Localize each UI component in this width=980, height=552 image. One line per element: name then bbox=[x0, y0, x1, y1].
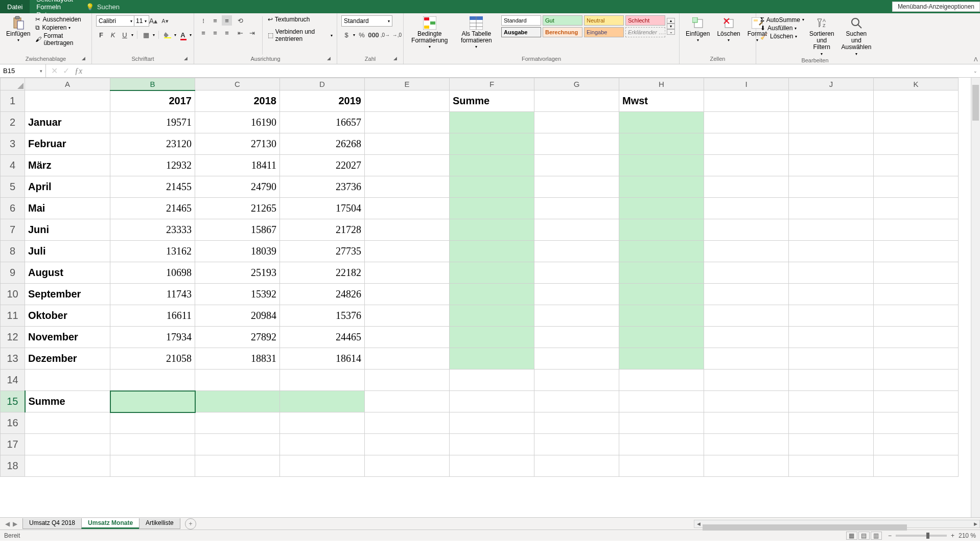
insert-cells-button[interactable]: Einfügen▾ bbox=[684, 15, 712, 44]
cell-A18[interactable] bbox=[25, 455, 110, 477]
cell-D2[interactable]: 16657 bbox=[280, 112, 365, 133]
row-header-17[interactable]: 17 bbox=[1, 434, 25, 455]
cell-H14[interactable] bbox=[619, 370, 704, 391]
sheet-tab[interactable]: Artikelliste bbox=[139, 518, 180, 529]
cell-C8[interactable]: 18039 bbox=[195, 241, 280, 262]
tell-me-search[interactable]: 💡 Suchen bbox=[80, 3, 126, 11]
zoom-in-icon[interactable]: + bbox=[951, 532, 954, 539]
cell-B3[interactable]: 23120 bbox=[110, 133, 195, 155]
clear-button[interactable]: 🧹Löschen ▾ bbox=[760, 32, 804, 40]
view-page-break-icon[interactable]: ▥ bbox=[871, 532, 882, 540]
cell-D1[interactable]: 2019 bbox=[280, 90, 365, 112]
cell-I2[interactable] bbox=[704, 112, 789, 133]
autosum-button[interactable]: ΣAutoSumme ▾ bbox=[760, 15, 804, 24]
zoom-out-icon[interactable]: − bbox=[888, 532, 892, 539]
cell-K12[interactable] bbox=[874, 327, 959, 348]
cell-C11[interactable]: 20984 bbox=[195, 305, 280, 327]
cell-K16[interactable] bbox=[874, 412, 959, 434]
percent-format-icon[interactable]: % bbox=[357, 30, 367, 40]
increase-font-icon[interactable]: A▴ bbox=[148, 16, 158, 26]
cell-G2[interactable] bbox=[534, 112, 619, 133]
cell-F2[interactable] bbox=[450, 112, 534, 133]
cell-B18[interactable] bbox=[110, 455, 195, 477]
cell-E18[interactable] bbox=[365, 455, 450, 477]
cell-C16[interactable] bbox=[195, 412, 280, 434]
cell-H5[interactable] bbox=[619, 176, 704, 198]
cell-F16[interactable] bbox=[450, 412, 534, 434]
align-middle-icon[interactable]: ≡ bbox=[210, 15, 220, 26]
cell-B12[interactable]: 17934 bbox=[110, 327, 195, 348]
row-header-4[interactable]: 4 bbox=[1, 155, 25, 176]
cell-G16[interactable] bbox=[534, 412, 619, 434]
cell-A3[interactable]: Februar bbox=[25, 133, 110, 155]
cell-E9[interactable] bbox=[365, 262, 450, 284]
cell-J2[interactable] bbox=[789, 112, 874, 133]
align-top-icon[interactable]: ⫶ bbox=[198, 15, 208, 26]
underline-button[interactable]: U bbox=[120, 30, 130, 40]
zoom-level[interactable]: 210 % bbox=[959, 532, 976, 539]
dialog-launcher-icon[interactable]: ◢ bbox=[392, 56, 398, 62]
cell-J4[interactable] bbox=[789, 155, 874, 176]
cell-H1[interactable]: Mwst bbox=[619, 90, 704, 112]
cell-G8[interactable] bbox=[534, 241, 619, 262]
new-sheet-button[interactable]: ＋ bbox=[185, 518, 196, 530]
row-header-2[interactable]: 2 bbox=[1, 112, 25, 133]
cell-K17[interactable] bbox=[874, 434, 959, 455]
row-header-14[interactable]: 14 bbox=[1, 370, 25, 391]
cell-H6[interactable] bbox=[619, 198, 704, 219]
cell-D17[interactable] bbox=[280, 434, 365, 455]
cell-K7[interactable] bbox=[874, 219, 959, 241]
cell-F15[interactable] bbox=[450, 391, 534, 412]
cell-E2[interactable] bbox=[365, 112, 450, 133]
wrap-text-button[interactable]: ↩Textumbruch bbox=[268, 15, 333, 24]
cell-C2[interactable]: 16190 bbox=[195, 112, 280, 133]
row-header-18[interactable]: 18 bbox=[1, 455, 25, 477]
cell-D16[interactable] bbox=[280, 412, 365, 434]
cell-A13[interactable]: Dezember bbox=[25, 348, 110, 370]
column-header-C[interactable]: C bbox=[195, 78, 280, 90]
number-format-select[interactable]: Standard▾ bbox=[341, 15, 392, 27]
cell-G15[interactable] bbox=[534, 391, 619, 412]
find-select-button[interactable]: Suchen und Auswählen▾ bbox=[839, 15, 874, 57]
column-header-G[interactable]: G bbox=[534, 78, 619, 90]
cell-B16[interactable] bbox=[110, 412, 195, 434]
zoom-slider[interactable] bbox=[896, 535, 947, 537]
cell-D14[interactable] bbox=[280, 370, 365, 391]
cell-H10[interactable] bbox=[619, 284, 704, 305]
cell-E10[interactable] bbox=[365, 284, 450, 305]
column-header-I[interactable]: I bbox=[704, 78, 789, 90]
view-normal-icon[interactable]: ▦ bbox=[846, 532, 857, 540]
column-header-B[interactable]: B bbox=[110, 78, 195, 90]
sheet-tab[interactable]: Umsatz Q4 2018 bbox=[22, 518, 82, 529]
copy-button[interactable]: ⧉Kopieren ▾ bbox=[35, 24, 87, 32]
cell-J7[interactable] bbox=[789, 219, 874, 241]
cell-A10[interactable]: September bbox=[25, 284, 110, 305]
cell-C10[interactable]: 15392 bbox=[195, 284, 280, 305]
cell-D4[interactable]: 22027 bbox=[280, 155, 365, 176]
paste-button[interactable]: Einfügen▾ bbox=[4, 15, 32, 44]
cell-K15[interactable] bbox=[874, 391, 959, 412]
cancel-formula-icon[interactable]: ✕ bbox=[51, 66, 58, 76]
gallery-scroll[interactable]: ▴▾⌄ bbox=[667, 18, 675, 35]
italic-button[interactable]: K bbox=[108, 30, 118, 40]
cell-J16[interactable] bbox=[789, 412, 874, 434]
cell-E15[interactable] bbox=[365, 391, 450, 412]
cell-J5[interactable] bbox=[789, 176, 874, 198]
cell-K11[interactable] bbox=[874, 305, 959, 327]
cell-F3[interactable] bbox=[450, 133, 534, 155]
cell-I14[interactable] bbox=[704, 370, 789, 391]
cell-J17[interactable] bbox=[789, 434, 874, 455]
borders-button[interactable]: ▦ bbox=[141, 30, 151, 40]
cell-C3[interactable]: 27130 bbox=[195, 133, 280, 155]
column-header-K[interactable]: K bbox=[874, 78, 959, 90]
cell-D12[interactable]: 24465 bbox=[280, 327, 365, 348]
ribbon-tab-formeln[interactable]: Formeln bbox=[30, 3, 80, 11]
sheet-tab[interactable]: Umsatz Monate bbox=[81, 518, 139, 529]
cell-D8[interactable]: 27735 bbox=[280, 241, 365, 262]
row-header-10[interactable]: 10 bbox=[1, 284, 25, 305]
cell-F12[interactable] bbox=[450, 327, 534, 348]
cell-E4[interactable] bbox=[365, 155, 450, 176]
cell-I7[interactable] bbox=[704, 219, 789, 241]
cell-G18[interactable] bbox=[534, 455, 619, 477]
file-tab[interactable]: Datei bbox=[0, 0, 30, 13]
